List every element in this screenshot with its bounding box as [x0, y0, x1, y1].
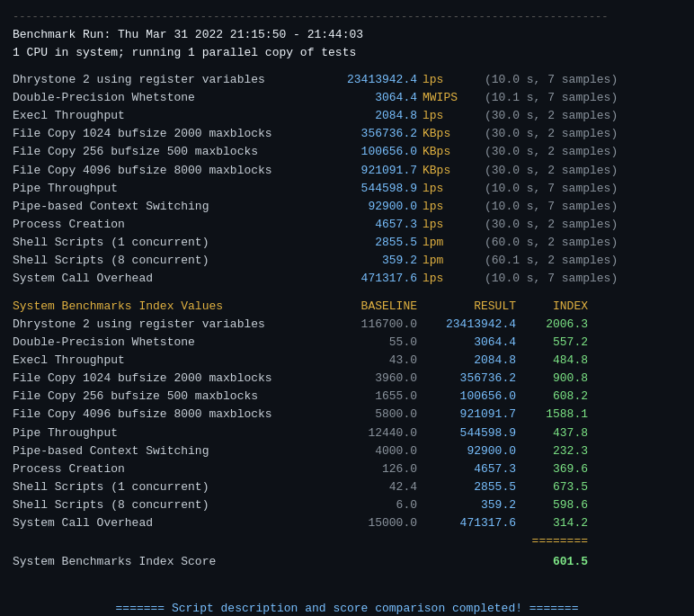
- bench-unit: KBps: [417, 162, 485, 180]
- benchmark-row: Pipe Throughput544598.9lps(10.0 s, 7 sam…: [13, 180, 681, 198]
- index-row-index: 2006.3: [516, 316, 588, 334]
- index-row-baseline: 116700.0: [318, 316, 417, 334]
- score-value: 601.5: [516, 553, 588, 571]
- bench-value: 92900.0: [318, 198, 417, 216]
- bench-samples: (30.0 s, 2 samples): [485, 216, 618, 234]
- index-row-baseline: 55.0: [318, 334, 417, 352]
- index-row-result: 23413942.4: [417, 316, 516, 334]
- index-row-name: Pipe-based Context Switching: [13, 442, 318, 460]
- index-row-index: 900.8: [516, 370, 588, 388]
- col-header-index: INDEX: [516, 298, 588, 316]
- index-row-baseline: 6.0: [318, 496, 417, 514]
- benchmark-results: Dhrystone 2 using register variables2341…: [13, 71, 681, 289]
- score-spacer: [318, 553, 516, 571]
- index-row-baseline: 5800.0: [318, 406, 417, 424]
- bench-name: Dhrystone 2 using register variables: [13, 71, 318, 89]
- benchmark-row: Dhrystone 2 using register variables2341…: [13, 71, 681, 89]
- index-row-result: 359.2: [417, 496, 516, 514]
- index-row-result: 92900.0: [417, 442, 516, 460]
- score-label: System Benchmarks Index Score: [13, 553, 318, 571]
- bench-samples: (10.1 s, 7 samples): [485, 89, 618, 107]
- bench-value: 4657.3: [318, 216, 417, 234]
- index-table-header: System Benchmarks Index Values BASELINE …: [13, 298, 681, 316]
- bench-value: 2855.5: [318, 234, 417, 252]
- index-row-index: 484.8: [516, 352, 588, 370]
- index-row-baseline: 15000.0: [318, 514, 417, 532]
- index-row-index: 557.2: [516, 334, 588, 352]
- index-row-baseline: 4000.0: [318, 442, 417, 460]
- index-row-name: Execl Throughput: [13, 352, 318, 370]
- index-row-index: 369.6: [516, 460, 588, 478]
- bench-samples: (10.0 s, 7 samples): [485, 71, 618, 89]
- benchmark-row: File Copy 1024 bufsize 2000 maxblocks356…: [13, 125, 681, 143]
- bench-unit: lps: [417, 216, 485, 234]
- index-row-result: 544598.9: [417, 424, 516, 442]
- index-row-result: 2855.5: [417, 478, 516, 496]
- benchmark-row: File Copy 4096 bufsize 8000 maxblocks921…: [13, 162, 681, 180]
- bench-unit: lps: [417, 107, 485, 125]
- bench-unit: lpm: [417, 234, 485, 252]
- index-table-row: File Copy 256 bufsize 500 maxblocks 1655…: [13, 388, 681, 406]
- index-row-result: 100656.0: [417, 388, 516, 406]
- index-row-baseline: 1655.0: [318, 388, 417, 406]
- bench-value: 359.2: [318, 252, 417, 270]
- bench-value: 356736.2: [318, 125, 417, 143]
- bench-value: 471317.6: [318, 270, 417, 288]
- index-row-name: System Call Overhead: [13, 514, 318, 532]
- bench-name: Pipe-based Context Switching: [13, 198, 318, 216]
- index-row-name: Double-Precision Whetstone: [13, 334, 318, 352]
- index-table-row: Process Creation 126.0 4657.3 369.6: [13, 460, 681, 478]
- index-table-row: Shell Scripts (8 concurrent) 6.0 359.2 5…: [13, 496, 681, 514]
- terminal-output: ----------------------------------------…: [13, 9, 681, 616]
- bench-name: File Copy 4096 bufsize 8000 maxblocks: [13, 162, 318, 180]
- bench-value: 2084.8: [318, 107, 417, 125]
- benchmark-row: Shell Scripts (8 concurrent)359.2lpm(60.…: [13, 252, 681, 270]
- index-row-result: 471317.6: [417, 514, 516, 532]
- bench-samples: (10.0 s, 7 samples): [485, 270, 618, 288]
- bench-unit: KBps: [417, 143, 485, 161]
- index-row-result: 2084.8: [417, 352, 516, 370]
- col-header-name: System Benchmarks Index Values: [13, 298, 318, 316]
- index-table-row: File Copy 4096 bufsize 8000 maxblocks 58…: [13, 406, 681, 424]
- benchmark-row: Execl Throughput2084.8lps(30.0 s, 2 samp…: [13, 107, 681, 125]
- bench-samples: (10.0 s, 7 samples): [485, 180, 618, 198]
- index-row-name: Dhrystone 2 using register variables: [13, 316, 318, 334]
- bench-unit: lps: [417, 71, 485, 89]
- bench-value: 544598.9: [318, 180, 417, 198]
- index-table-row: File Copy 1024 bufsize 2000 maxblocks 39…: [13, 370, 681, 388]
- index-row-baseline: 126.0: [318, 460, 417, 478]
- index-row-name: Process Creation: [13, 460, 318, 478]
- bench-name: File Copy 256 bufsize 500 maxblocks: [13, 143, 318, 161]
- index-row-baseline: 43.0: [318, 352, 417, 370]
- bench-name: Pipe Throughput: [13, 180, 318, 198]
- bench-unit: KBps: [417, 125, 485, 143]
- index-row-name: Pipe Throughput: [13, 424, 318, 442]
- bench-value: 23413942.4: [318, 71, 417, 89]
- index-row-name: Shell Scripts (1 concurrent): [13, 478, 318, 496]
- bench-name: Double-Precision Whetstone: [13, 89, 318, 107]
- index-row-index: 608.2: [516, 388, 588, 406]
- benchmark-row: Shell Scripts (1 concurrent)2855.5lpm(60…: [13, 234, 681, 252]
- bench-samples: (30.0 s, 2 samples): [485, 107, 618, 125]
- index-row-index: 673.5: [516, 478, 588, 496]
- bench-name: File Copy 1024 bufsize 2000 maxblocks: [13, 125, 318, 143]
- bench-samples: (30.0 s, 2 samples): [485, 143, 618, 161]
- bench-name: Execl Throughput: [13, 107, 318, 125]
- separator-top: ----------------------------------------…: [13, 9, 681, 26]
- bench-samples: (10.0 s, 7 samples): [485, 198, 618, 216]
- index-row-name: File Copy 256 bufsize 500 maxblocks: [13, 388, 318, 406]
- index-table-row: Pipe Throughput 12440.0 544598.9 437.8: [13, 424, 681, 442]
- index-row-baseline: 3960.0: [318, 370, 417, 388]
- bench-name: System Call Overhead: [13, 270, 318, 288]
- bench-unit: MWIPS: [417, 89, 485, 107]
- bench-name: Process Creation: [13, 216, 318, 234]
- index-row-result: 3064.4: [417, 334, 516, 352]
- score-row: System Benchmarks Index Score 601.5: [13, 553, 681, 571]
- bench-unit: lps: [417, 180, 485, 198]
- bench-unit: lpm: [417, 252, 485, 270]
- benchmark-row: Process Creation4657.3lps(30.0 s, 2 samp…: [13, 216, 681, 234]
- index-table-row: Dhrystone 2 using register variables 116…: [13, 316, 681, 334]
- benchmark-row: Double-Precision Whetstone3064.4MWIPS(10…: [13, 89, 681, 107]
- benchmark-row: Pipe-based Context Switching92900.0lps(1…: [13, 198, 681, 216]
- index-row-name: Shell Scripts (8 concurrent): [13, 496, 318, 514]
